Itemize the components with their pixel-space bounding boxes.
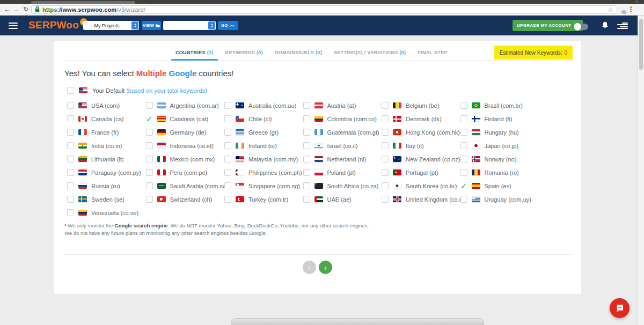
country-option[interactable]: South Korea (co.kr) bbox=[382, 182, 460, 189]
country-checkbox[interactable] bbox=[382, 129, 389, 136]
country-option[interactable]: Norway (no) bbox=[460, 156, 539, 162]
country-checkbox[interactable] bbox=[382, 102, 389, 109]
country-option[interactable]: Poland (pl) bbox=[303, 169, 382, 176]
country-checkbox[interactable] bbox=[146, 129, 153, 136]
url-bar[interactable]: https://www.serpwoo.com/v3/wizard/ ☆ bbox=[31, 5, 617, 14]
country-checkbox[interactable] bbox=[303, 102, 310, 109]
country-option[interactable]: Finland (fi) bbox=[460, 115, 539, 122]
country-checkbox[interactable] bbox=[303, 142, 310, 149]
country-option[interactable]: Greece (gr) bbox=[224, 129, 303, 136]
scrollbar-thumb[interactable] bbox=[639, 19, 643, 70]
country-option[interactable]: ✓Spain (es) bbox=[460, 182, 539, 189]
country-option[interactable]: Singapore (com.sg) bbox=[224, 182, 303, 189]
scrollbar-track[interactable] bbox=[638, 16, 644, 325]
chat-button[interactable] bbox=[610, 298, 630, 318]
country-checkbox[interactable] bbox=[460, 169, 467, 176]
country-option[interactable]: Belgium (be) bbox=[382, 102, 460, 109]
country-checkbox[interactable] bbox=[67, 196, 74, 203]
country-checkbox[interactable] bbox=[460, 156, 467, 162]
tab-setting-s-variations[interactable]: SETTING(S) / VARIATIONS(0) bbox=[333, 45, 407, 60]
country-checkbox[interactable] bbox=[382, 115, 389, 122]
browser-menu-icon[interactable] bbox=[630, 6, 632, 12]
checked-icon[interactable]: ✓ bbox=[146, 115, 153, 122]
country-checkbox[interactable] bbox=[224, 142, 231, 149]
view-button[interactable]: VIEW bbox=[142, 21, 161, 30]
country-checkbox[interactable] bbox=[382, 142, 389, 149]
country-checkbox[interactable] bbox=[303, 196, 310, 203]
country-option[interactable]: South Africa (co.za) bbox=[303, 182, 382, 189]
country-option[interactable]: Australia (com.au) bbox=[224, 102, 303, 109]
country-checkbox[interactable] bbox=[146, 182, 153, 189]
country-checkbox[interactable] bbox=[460, 142, 467, 149]
country-option[interactable]: Portugal (pt) bbox=[382, 169, 460, 176]
country-option[interactable]: India (co.in) bbox=[67, 142, 146, 149]
country-option[interactable]: UAE (ae) bbox=[303, 196, 382, 203]
hamburger-menu-icon[interactable] bbox=[9, 23, 18, 29]
country-option[interactable]: Canada (ca) bbox=[67, 115, 146, 122]
country-checkbox[interactable] bbox=[303, 169, 310, 176]
country-checkbox[interactable] bbox=[382, 156, 389, 162]
country-checkbox[interactable] bbox=[224, 115, 231, 122]
country-checkbox[interactable] bbox=[67, 182, 74, 189]
forward-button[interactable]: → bbox=[12, 5, 20, 13]
nav-list-menu-icon[interactable] bbox=[617, 23, 628, 29]
country-checkbox[interactable] bbox=[67, 169, 74, 176]
country-checkbox[interactable] bbox=[460, 129, 467, 136]
country-checkbox[interactable] bbox=[146, 142, 153, 149]
country-option[interactable]: United Kingdom (co.uk) bbox=[382, 196, 460, 203]
country-checkbox[interactable] bbox=[382, 196, 389, 203]
country-option[interactable]: Hungary (hu) bbox=[460, 129, 539, 136]
notifications-bell-icon[interactable] bbox=[601, 21, 609, 32]
upgrade-account-button[interactable]: UPGRADE MY ACCOUNT→ bbox=[513, 20, 583, 31]
country-checkbox[interactable] bbox=[146, 102, 153, 109]
country-checkbox[interactable] bbox=[146, 156, 153, 162]
country-option[interactable]: Israel (co.il) bbox=[303, 142, 382, 149]
country-option[interactable]: Ireland (ie) bbox=[224, 142, 303, 149]
tab-final-step[interactable]: FINAL STEP bbox=[416, 45, 448, 60]
back-button[interactable]: ← bbox=[3, 5, 11, 13]
country-option[interactable]: Mexico (com.mx) bbox=[146, 156, 225, 162]
country-option[interactable]: Germany (de) bbox=[146, 129, 225, 136]
country-option[interactable]: Russia (ru) bbox=[67, 182, 146, 189]
country-checkbox[interactable] bbox=[224, 156, 231, 162]
country-checkbox[interactable] bbox=[146, 169, 153, 176]
tab-keywords[interactable]: KEYWORDS(0) bbox=[224, 45, 264, 60]
country-option[interactable]: Peru (com.pe) bbox=[146, 169, 225, 176]
bookmark-star-icon[interactable]: ☆ bbox=[608, 6, 613, 13]
country-option[interactable]: Colombia (com.co) bbox=[303, 115, 382, 122]
country-option[interactable]: ✓Catalonia (cat) bbox=[146, 115, 225, 122]
country-checkbox[interactable] bbox=[303, 156, 310, 162]
country-option[interactable]: Uruguay (com.uy) bbox=[460, 196, 539, 203]
country-checkbox[interactable] bbox=[224, 196, 231, 203]
tab-countries[interactable]: COUNTRIES(2) bbox=[174, 45, 215, 60]
toggle-switch[interactable] bbox=[574, 24, 588, 30]
search-select[interactable] bbox=[163, 21, 216, 30]
country-checkbox[interactable] bbox=[224, 169, 231, 176]
country-option[interactable]: Hong Kong (com.hk) bbox=[382, 129, 460, 136]
country-option[interactable]: Denmark (dk) bbox=[382, 115, 460, 122]
country-option[interactable]: Sweden (se) bbox=[67, 196, 146, 203]
next-page-button[interactable]: › bbox=[319, 261, 332, 274]
country-checkbox[interactable] bbox=[460, 196, 467, 203]
country-option[interactable]: Argentina (com.ar) bbox=[146, 102, 225, 109]
reload-button[interactable]: ↻ bbox=[21, 5, 30, 13]
country-option[interactable]: France (fr) bbox=[67, 129, 146, 136]
country-checkbox[interactable] bbox=[67, 156, 74, 162]
country-checkbox[interactable] bbox=[460, 102, 467, 109]
country-checkbox[interactable] bbox=[303, 115, 310, 122]
go-button[interactable]: GO bbox=[218, 21, 238, 30]
country-checkbox[interactable] bbox=[224, 129, 231, 136]
country-option[interactable]: Brazil (com.br) bbox=[460, 102, 539, 109]
country-option[interactable]: Netherland (nl) bbox=[303, 156, 382, 162]
country-option[interactable]: Indonesia (co.id) bbox=[146, 142, 225, 149]
country-option[interactable]: Japan (co.jp) bbox=[460, 142, 539, 149]
serpwoo-logo[interactable]: SERPWoov3 bbox=[28, 19, 79, 31]
country-option[interactable]: Philippines (com.ph) bbox=[224, 169, 303, 176]
country-checkbox[interactable] bbox=[67, 115, 74, 122]
country-checkbox[interactable] bbox=[382, 169, 389, 176]
country-option[interactable]: Austria (at) bbox=[303, 102, 382, 109]
tab-domains-urls[interactable]: DOMAINS/URLS(0) bbox=[274, 45, 323, 60]
checked-icon[interactable]: ✓ bbox=[460, 182, 467, 189]
country-option[interactable]: Paraguay (com.py) bbox=[67, 169, 146, 176]
country-option[interactable]: Venezuela (co.ve) bbox=[67, 209, 146, 216]
